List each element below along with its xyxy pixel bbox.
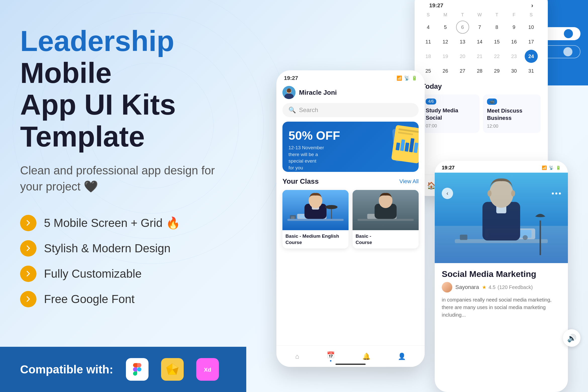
course-card-1-title: Basic - Medium EnglishCourse xyxy=(285,233,346,246)
more-dot-1 xyxy=(552,192,554,194)
calendar-time: 19:27 xyxy=(429,2,443,9)
nav-user-icon: 👤 xyxy=(398,353,406,360)
svg-point-19 xyxy=(325,205,337,209)
author-avatar xyxy=(442,282,452,292)
course-card-1-img xyxy=(282,190,349,230)
compatible-label: Compatible with: xyxy=(20,363,113,376)
calendar-header: S M T W T F S xyxy=(422,11,541,19)
feature-icon-2 xyxy=(20,240,36,257)
today-card-2: 📹 Meet Discuss Business 12:00 xyxy=(483,94,541,133)
feature-item-2: Stylish & Modern Design xyxy=(20,240,226,257)
battery-icon: 🔋 xyxy=(412,75,417,81)
wifi-icon: 📡 xyxy=(404,75,410,81)
course-card-2-img xyxy=(353,190,419,230)
detail-course-title: Social Media Marketing xyxy=(442,269,561,279)
chevron-right-icon-3 xyxy=(24,270,32,278)
user-name: Miracle Joni xyxy=(299,89,337,96)
search-bar[interactable]: 🔍 Search xyxy=(282,103,419,117)
feature-icon-3 xyxy=(20,266,36,282)
today-card-1-title: Study Media Social xyxy=(426,107,475,121)
feature-text-4: Free Google Font xyxy=(44,292,135,306)
chevron-right-icon-2 xyxy=(24,244,32,252)
detail-top-image: ‹ xyxy=(435,173,568,263)
course-card-1: Basic - Medium EnglishCourse xyxy=(282,190,349,249)
nav-user[interactable]: 👤 xyxy=(398,353,406,360)
feature-text-1: 5 Mobile Screen + Grid 🔥 xyxy=(44,216,180,230)
course-card-2-title: Basic -Course xyxy=(356,233,416,246)
toggle-dot-on xyxy=(564,29,573,38)
main-status-bar: 19:27 📶 📡 🔋 xyxy=(276,70,425,83)
user-avatar xyxy=(282,86,296,99)
today-card-1: 4/6 Study Media Social 07:00 xyxy=(422,94,479,133)
nav-bell[interactable]: 🔔 xyxy=(362,353,370,360)
chevron-right-icon-4 xyxy=(24,295,32,303)
today-card-2-time: 12:00 xyxy=(487,124,537,129)
features-list: 5 Mobile Screen + Grid 🔥 Stylish & Moder… xyxy=(20,215,226,307)
home-icon: 🏠 xyxy=(427,181,436,190)
detail-author-row: Sayonara ★ 4.5 (120 Feedback) xyxy=(442,282,561,292)
calendar-row-3: 18 19 20 21 22 23 24 xyxy=(422,50,541,63)
feature-icon-4 xyxy=(20,291,36,307)
headline-dark: MobileApp UI Kits Template xyxy=(20,57,176,153)
calendar-status-bar: 19:27 › xyxy=(422,0,541,11)
feature-icon-1 xyxy=(20,215,36,231)
more-dot-3 xyxy=(559,192,561,194)
rating-value: 4.5 xyxy=(488,284,496,290)
main-time: 19:27 xyxy=(284,75,298,81)
detail-nav-icons: ‹ xyxy=(442,188,561,199)
nav-home[interactable]: ⌂ xyxy=(295,353,299,360)
sketch-icon xyxy=(161,358,184,381)
promo-document xyxy=(386,124,419,164)
signal-icon: 📶 xyxy=(397,75,402,81)
detail-back-button[interactable]: ‹ xyxy=(442,188,453,199)
svg-text:Xd: Xd xyxy=(204,366,211,373)
today-cards: 4/6 Study Media Social 07:00 📹 Meet Disc… xyxy=(422,94,541,133)
star-icon: ★ xyxy=(482,284,486,290)
detail-more-menu[interactable] xyxy=(552,188,561,199)
calendar-grid: S M T W T F S 4 5 6 7 8 9 10 11 12 xyxy=(422,11,541,77)
nav-bell-icon: 🔔 xyxy=(362,353,370,360)
view-all-link[interactable]: View All xyxy=(399,178,419,185)
nav-calendar-icon: 📅 xyxy=(327,351,335,359)
feature-item-4: Free Google Font xyxy=(20,291,226,307)
detail-status-bar: 19:27 📶 📡 🔋 xyxy=(435,161,568,173)
detail-signal-icon: 📶 xyxy=(542,165,547,170)
detail-time: 19:27 xyxy=(442,165,455,171)
svg-rect-23 xyxy=(357,219,414,221)
detail-content: Social Media Marketing Sayonara ★ 4.5 (1… xyxy=(435,263,568,325)
feature-text-2: Stylish & Modern Design xyxy=(44,241,171,255)
detail-description: in companies really need social media ma… xyxy=(442,296,561,319)
calendar-row-1: 4 5 6 7 8 9 10 xyxy=(422,21,541,34)
course-person-1 xyxy=(282,190,349,230)
phone-detail: 19:27 📶 📡 🔋 xyxy=(435,161,568,392)
search-icon: 🔍 xyxy=(288,107,296,114)
today-card-1-badge: 4/6 xyxy=(426,99,436,105)
home-indicator xyxy=(335,364,366,365)
calendar-row-4: 25 26 27 28 29 30 31 xyxy=(422,64,541,77)
course-card-1-body: Basic - Medium EnglishCourse xyxy=(282,230,349,249)
nav-active-dot xyxy=(330,360,331,362)
main-headline: Leadership MobileApp UI Kits Template xyxy=(20,25,226,152)
nav-calendar[interactable]: 📅 xyxy=(327,351,335,362)
left-panel: Leadership MobileApp UI Kits Template Cl… xyxy=(0,0,246,392)
course-card-2-body: Basic -Course xyxy=(353,230,419,249)
your-class-title: Your Class xyxy=(282,177,319,185)
today-label: Today xyxy=(422,82,541,90)
phone-content: Miracle Joni 🔍 Search 50% OFF 12-13 Nove… xyxy=(276,83,425,249)
chevron-right-icon xyxy=(24,219,32,227)
today-card-1-time: 07:00 xyxy=(426,123,475,129)
detail-status-icons: 📶 📡 🔋 xyxy=(542,165,561,170)
courses-row: Basic - Medium EnglishCourse xyxy=(282,190,419,249)
course-rating: ★ 4.5 (120 Feedback) xyxy=(482,284,533,290)
compatible-bar: Compatible with: Xd xyxy=(0,347,246,392)
feature-item-3: Fully Customizable xyxy=(20,266,226,282)
your-class-header: Your Class View All xyxy=(282,177,419,185)
feature-text-3: Fully Customizable xyxy=(44,267,142,280)
nav-home-icon: ⌂ xyxy=(295,353,299,360)
speaker-button[interactable]: 🔊 xyxy=(563,329,580,347)
calendar-row-2: 11 12 13 14 15 16 17 xyxy=(422,35,541,48)
toggle-dot-off xyxy=(563,47,572,56)
cal-nav-home[interactable]: 🏠 xyxy=(427,181,436,190)
xd-icon: Xd xyxy=(196,358,219,381)
headline-blue: Leadership xyxy=(20,25,174,57)
